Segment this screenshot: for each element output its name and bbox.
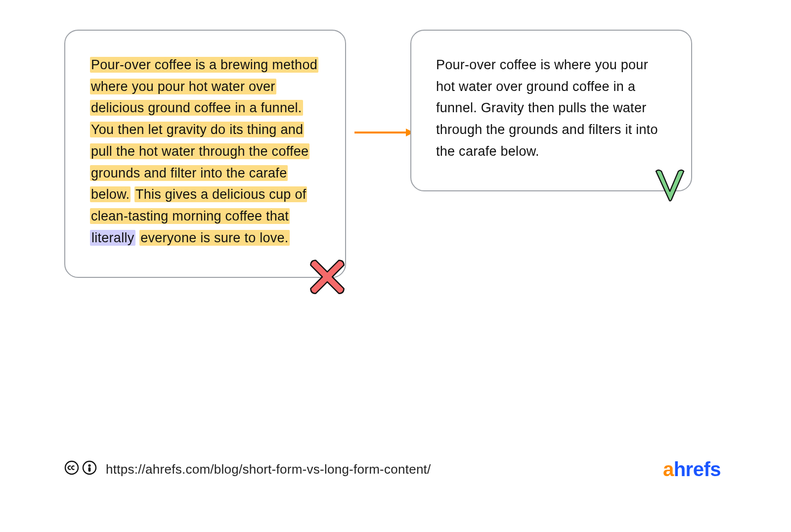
cards-row: Pour-over coffee is a brewing method whe… — [64, 30, 727, 278]
attribution-footer: https://ahrefs.com/blog/short-form-vs-lo… — [64, 460, 431, 479]
comparison-diagram: Pour-over coffee is a brewing method whe… — [64, 30, 727, 445]
logo-letter-a: a — [663, 458, 674, 480]
logo-rest: hrefs — [674, 458, 721, 480]
cc-icon — [64, 460, 79, 479]
source-url: https://ahrefs.com/blog/short-form-vs-lo… — [106, 462, 431, 477]
svg-point-4 — [88, 464, 90, 467]
bad-example-text: Pour-over coffee is a brewing method whe… — [90, 54, 324, 249]
good-example-text: Pour-over coffee is where you pour hot w… — [436, 54, 670, 163]
highlight-span: everyone is sure to love. — [139, 230, 289, 246]
good-example-card: Pour-over coffee is where you pour hot w… — [410, 30, 692, 191]
ahrefs-logo: ahrefs — [663, 458, 721, 481]
highlight-alt-span: literally — [90, 230, 135, 246]
highlight-span: Pour-over coffee is a brewing method whe… — [90, 57, 318, 116]
incorrect-icon — [307, 256, 348, 298]
arrow-right-icon — [354, 128, 414, 137]
correct-icon — [651, 167, 692, 208]
bad-example-card: Pour-over coffee is a brewing method whe… — [64, 30, 346, 278]
license-icons — [64, 460, 97, 479]
attribution-icon — [82, 460, 97, 479]
svg-rect-5 — [88, 467, 91, 472]
